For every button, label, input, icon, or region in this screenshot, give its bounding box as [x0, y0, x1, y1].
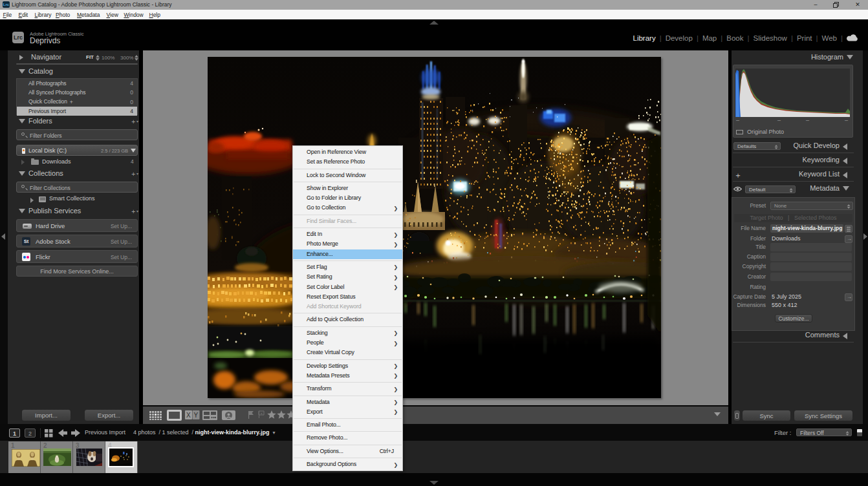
svg-text:Y: Y: [194, 412, 199, 419]
svg-text:✕: ✕: [260, 412, 263, 416]
svg-text:X: X: [186, 412, 191, 419]
